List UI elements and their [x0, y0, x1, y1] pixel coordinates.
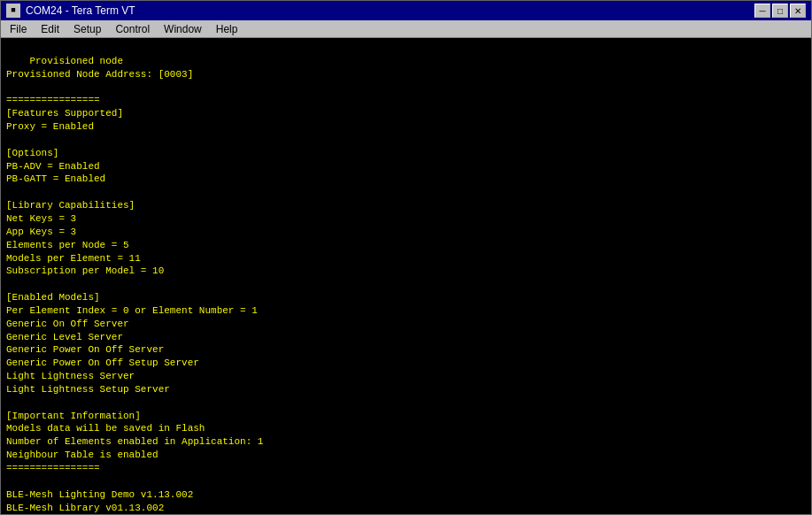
maximize-button[interactable]: □ [772, 4, 788, 18]
title-bar-left: ■ COM24 - Tera Term VT [6, 4, 135, 18]
minimize-button[interactable]: ─ [754, 4, 770, 18]
menu-window[interactable]: Window [157, 21, 209, 37]
title-bar: ■ COM24 - Tera Term VT ─ □ ✕ [1, 1, 811, 20]
main-window: ■ COM24 - Tera Term VT ─ □ ✕ File Edit S… [0, 0, 812, 515]
window-icon: ■ [6, 4, 20, 18]
terminal-output: Provisioned node Provisioned Node Addres… [1, 38, 811, 514]
menu-control[interactable]: Control [108, 21, 157, 37]
window-title: COM24 - Tera Term VT [26, 4, 135, 17]
title-buttons[interactable]: ─ □ ✕ [754, 4, 806, 18]
menu-edit[interactable]: Edit [34, 21, 66, 37]
menu-file[interactable]: File [3, 21, 34, 37]
terminal-text: Provisioned node Provisioned Node Addres… [6, 56, 544, 514]
menu-setup[interactable]: Setup [66, 21, 108, 37]
close-button[interactable]: ✕ [790, 4, 806, 18]
menu-bar: File Edit Setup Control Window Help [1, 20, 811, 38]
menu-help[interactable]: Help [209, 21, 245, 37]
